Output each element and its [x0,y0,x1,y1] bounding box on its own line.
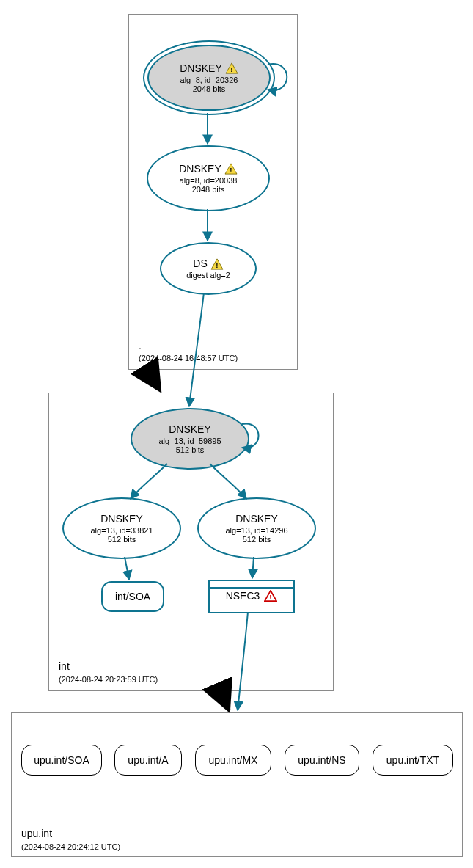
root-zsk-title: DNSKEY [179,163,221,175]
int-zsk1-alg: alg=13, id=33821 [90,526,153,536]
int-zsk1-title: DNSKEY [100,513,143,525]
zone-root-label: . [139,340,142,351]
upu-mx: upu.int/MX [195,745,271,776]
int-zsk2-alg: alg=13, id=14296 [225,526,287,536]
svg-text:!: ! [216,260,218,269]
warning-yellow-icon: ! [224,163,238,175]
int-ksk-title: DNSKEY [169,423,211,435]
root-ds-digest: digest alg=2 [186,271,230,280]
root-ksk-dnskey: DNSKEY ! alg=8, id=20326 2048 bits [143,40,275,115]
zone-int-label: int [59,660,70,672]
root-ds-title: DS [193,258,207,269]
zone-root-timestamp: (2024-08-24 16:48:57 UTC) [139,354,238,362]
upu-soa: upu.int/SOA [21,745,102,776]
root-ksk-title: DNSKEY [180,62,222,74]
int-ksk-bits: 512 bits [158,445,221,455]
zone-upu-label: upu.int [21,828,52,839]
warning-yellow-icon: ! [210,258,224,270]
upu-mx-label: upu.int/MX [209,754,258,766]
root-ksk-bits: 2048 bits [180,84,238,94]
nsec3-record: NSEC3 ! [208,580,295,613]
int-zsk1-dnskey: DNSKEY alg=13, id=33821 512 bits [62,497,181,559]
upu-soa-label: upu.int/SOA [34,754,89,766]
root-zsk-dnskey: DNSKEY ! alg=8, id=20038 2048 bits [147,145,270,211]
zone-upu-timestamp: (2024-08-24 20:24:12 UTC) [21,842,120,851]
svg-text:!: ! [270,593,272,601]
warning-yellow-icon: ! [225,62,238,74]
root-ksk-alg: alg=8, id=20326 [180,76,238,85]
upu-txt-label: upu.int/TXT [386,754,439,766]
root-ds: DS ! digest alg=2 [160,242,257,295]
root-zsk-alg: alg=8, id=20038 [179,176,238,186]
int-zsk1-bits: 512 bits [90,535,153,544]
int-zsk2-bits: 512 bits [225,535,287,544]
int-soa-label: int/SOA [115,591,150,602]
svg-text:!: ! [230,166,232,174]
int-zsk2-title: DNSKEY [235,513,278,525]
upu-ns: upu.int/NS [285,745,359,776]
upu-a-label: upu.int/A [128,754,168,766]
int-ksk-dnskey: DNSKEY alg=13, id=59895 512 bits [131,408,249,470]
zone-int-timestamp: (2024-08-24 20:23:59 UTC) [59,675,158,684]
int-soa: int/SOA [101,581,164,612]
int-zsk2-dnskey: DNSKEY alg=13, id=14296 512 bits [197,497,316,559]
svg-text:!: ! [230,65,232,73]
upu-txt: upu.int/TXT [373,745,453,776]
warning-red-icon: ! [264,590,277,602]
int-ksk-alg: alg=13, id=59895 [158,437,221,446]
nsec3-label: NSEC3 [226,590,260,602]
zone-upu [11,712,463,857]
root-zsk-bits: 2048 bits [179,185,238,194]
upu-ns-label: upu.int/NS [298,754,345,766]
upu-a: upu.int/A [114,745,182,776]
